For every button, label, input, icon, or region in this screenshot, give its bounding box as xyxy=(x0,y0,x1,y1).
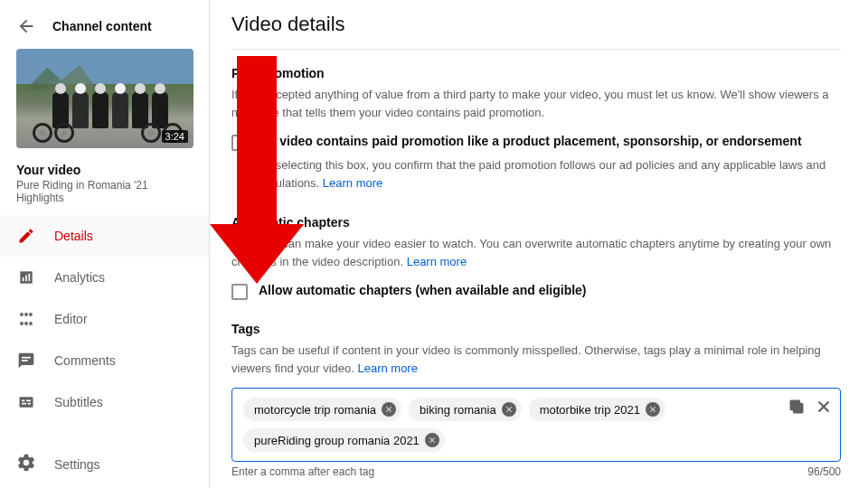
tags-description: Tags can be useful if content in your vi… xyxy=(231,342,841,377)
subtitles-icon xyxy=(16,392,36,412)
remove-tag-icon[interactable] xyxy=(382,402,396,417)
svg-rect-1 xyxy=(25,276,27,282)
video-title-text: Pure Riding in Romania '21 Highlights xyxy=(0,179,209,215)
learn-more-link[interactable]: Learn more xyxy=(323,176,382,190)
tags-hint: Enter a comma after each tag xyxy=(231,465,374,478)
paid-promotion-confirm-text: By selecting this box, you confirm that … xyxy=(231,151,841,192)
sidebar-item-label: Analytics xyxy=(54,270,105,285)
back-arrow-icon[interactable] xyxy=(16,16,36,36)
sidebar-item-analytics[interactable]: Analytics xyxy=(0,257,209,298)
tag-chip[interactable]: motorcycle trip romania xyxy=(243,398,401,421)
automatic-chapters-heading: Automatic chapters xyxy=(231,215,841,235)
svg-rect-10 xyxy=(790,400,799,409)
sidebar-item-details[interactable]: Details xyxy=(0,215,209,257)
copy-tags-icon[interactable] xyxy=(788,398,806,418)
paid-promotion-section: Paid promotion If you accepted anything … xyxy=(231,50,841,192)
svg-rect-5 xyxy=(22,403,26,405)
paid-promotion-description: If you accepted anything of value from a… xyxy=(231,86,841,121)
remove-tag-icon[interactable] xyxy=(502,402,516,417)
main-content: Video details Paid promotion If you acce… xyxy=(210,0,868,488)
automatic-chapters-checkbox-label: Allow automatic chapters (when available… xyxy=(259,283,587,297)
svg-rect-2 xyxy=(29,274,31,281)
sidebar-nav: Details Analytics Editor Comments Subtit… xyxy=(0,215,209,423)
svg-rect-6 xyxy=(28,403,31,405)
settings-label: Settings xyxy=(54,457,100,472)
sidebar-item-label: Details xyxy=(54,229,93,243)
tag-chip[interactable]: biking romania xyxy=(409,398,522,421)
learn-more-link[interactable]: Learn more xyxy=(407,255,467,268)
learn-more-link[interactable]: Learn more xyxy=(357,361,417,375)
sidebar-item-label: Comments xyxy=(54,353,116,368)
svg-rect-7 xyxy=(22,400,24,402)
clear-tags-icon[interactable] xyxy=(815,398,833,418)
paid-promotion-heading: Paid promotion xyxy=(231,66,841,86)
tag-chip[interactable]: motorbike trip 2021 xyxy=(529,398,665,421)
sidebar-item-subtitles[interactable]: Subtitles xyxy=(0,381,209,423)
paid-promotion-checkbox[interactable] xyxy=(231,135,248,151)
svg-rect-8 xyxy=(26,400,31,402)
svg-rect-4 xyxy=(22,360,28,361)
sidebar: Channel content 3:24 Your video Pure Rid… xyxy=(0,0,210,488)
your-video-label: Your video xyxy=(0,155,209,179)
automatic-chapters-checkbox[interactable] xyxy=(231,284,248,300)
automatic-chapters-section: Automatic chapters Chapters can make you… xyxy=(231,192,841,300)
tags-section: Tags Tags can be useful if content in yo… xyxy=(231,300,841,478)
svg-rect-0 xyxy=(23,277,24,281)
sidebar-item-editor[interactable]: Editor xyxy=(0,298,209,340)
tags-heading: Tags xyxy=(231,322,841,342)
pencil-icon xyxy=(16,226,36,246)
svg-rect-3 xyxy=(22,357,31,359)
sidebar-item-comments[interactable]: Comments xyxy=(0,340,209,381)
paid-promotion-checkbox-label: My video contains paid promotion like a … xyxy=(259,134,802,148)
thumbnail-duration: 3:24 xyxy=(162,130,188,143)
page-title: Video details xyxy=(231,13,841,50)
analytics-icon xyxy=(16,267,36,287)
sidebar-settings[interactable]: Settings xyxy=(0,440,209,488)
remove-tag-icon[interactable] xyxy=(425,433,439,447)
remove-tag-icon[interactable] xyxy=(646,402,660,417)
sidebar-item-label: Subtitles xyxy=(54,395,103,409)
gear-icon xyxy=(16,453,36,475)
editor-icon xyxy=(16,309,36,329)
comments-icon xyxy=(16,351,36,371)
channel-content-label[interactable]: Channel content xyxy=(52,19,152,33)
tags-counter: 96/500 xyxy=(807,465,841,478)
automatic-chapters-description: Chapters can make your video easier to w… xyxy=(231,235,841,270)
tags-input-box[interactable]: motorcycle trip romania biking romania m… xyxy=(231,388,841,462)
tag-chip[interactable]: pureRiding group romania 2021 xyxy=(243,428,445,452)
sidebar-item-label: Editor xyxy=(54,312,88,326)
video-thumbnail[interactable]: 3:24 xyxy=(16,49,193,148)
